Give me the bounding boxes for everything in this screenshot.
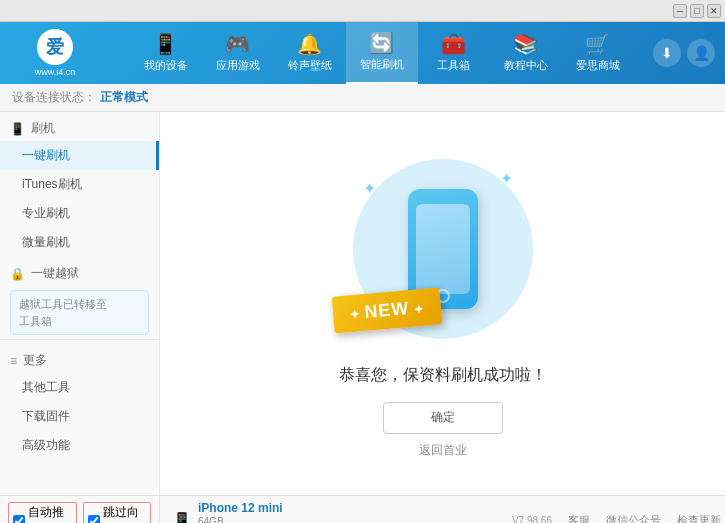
apps-games-icon: 🎮 (225, 34, 250, 54)
auto-push-input[interactable] (13, 515, 25, 524)
bottom-right-panel: V7.98.66 客服 微信公众号 检查更新 (512, 496, 725, 523)
jailbreak-section-label: 一键越狱 (31, 265, 79, 282)
main-area: 📱 刷机 一键刷机 iTunes刷机 专业刷机 微量刷机 🔒 一键越狱 越狱工具… (0, 112, 725, 495)
jailbreak-note: 越狱工具已转移至工具箱 (10, 290, 149, 335)
nav-bar: 📱 我的设备 🎮 应用游戏 🔔 铃声壁纸 🔄 智能刷机 🧰 工具箱 📚 教程中心… (110, 22, 653, 84)
title-bar: ─ □ ✕ (0, 0, 725, 22)
sidebar-divider-1 (0, 339, 159, 340)
sidebar-item-download-firmware[interactable]: 下载固件 (0, 402, 159, 431)
status-value: 正常模式 (100, 89, 148, 106)
nav-apps-games-label: 应用游戏 (216, 58, 260, 73)
content-area: ✦ ✦ ✦ NEW 恭喜您，保资料刷机成功啦！ 确定 返回首业 (160, 112, 725, 495)
skip-wizard-label: 跳过向导 (103, 504, 147, 524)
nav-tutorials[interactable]: 📚 教程中心 (490, 22, 562, 84)
sidebar-item-itunes-flash[interactable]: iTunes刷机 (0, 170, 159, 199)
nav-smart-flash[interactable]: 🔄 智能刷机 (346, 22, 418, 84)
wechat-link[interactable]: 微信公众号 (606, 513, 661, 523)
store-icon: 🛒 (585, 34, 610, 54)
status-bar: 设备连接状态： 正常模式 (0, 84, 725, 112)
logo-icon: 爱 (37, 29, 73, 65)
sidebar-item-other-tools[interactable]: 其他工具 (0, 373, 159, 402)
nav-actions: ⬇ 👤 (653, 39, 725, 67)
header: 爱 www.i4.cn 📱 我的设备 🎮 应用游戏 🔔 铃声壁纸 🔄 智能刷机 … (0, 22, 725, 84)
minimize-btn[interactable]: ─ (673, 4, 687, 18)
smart-flash-icon: 🔄 (369, 33, 394, 53)
logo-url: www.i4.cn (35, 67, 76, 77)
sidebar: 📱 刷机 一键刷机 iTunes刷机 专业刷机 微量刷机 🔒 一键越狱 越狱工具… (0, 112, 160, 495)
device-info-panel: 📱 iPhone 12 mini 64GB Down-12mini-13,1 (160, 496, 512, 523)
flash-section-icon: 📱 (10, 122, 25, 136)
tutorials-icon: 📚 (513, 34, 538, 54)
nav-store-label: 爱思商城 (576, 58, 620, 73)
version-info: V7.98.66 (512, 515, 552, 523)
nav-store[interactable]: 🛒 爱思商城 (562, 22, 634, 84)
nav-ringtone[interactable]: 🔔 铃声壁纸 (274, 22, 346, 84)
close-btn[interactable]: ✕ (707, 4, 721, 18)
sidebar-item-model-flash[interactable]: 微量刷机 (0, 228, 159, 257)
skip-wizard-input[interactable] (88, 515, 100, 524)
nav-tutorials-label: 教程中心 (504, 58, 548, 73)
device-phone-icon: 📱 (172, 511, 192, 523)
status-label: 设备连接状态： (12, 89, 96, 106)
nav-smart-flash-label: 智能刷机 (360, 57, 404, 72)
account-btn[interactable]: 👤 (687, 39, 715, 67)
phone-illustration: ✦ ✦ ✦ NEW (343, 149, 543, 349)
device-info: iPhone 12 mini 64GB Down-12mini-13,1 (198, 501, 283, 524)
device-storage: 64GB (198, 515, 283, 524)
confirm-button[interactable]: 确定 (383, 402, 503, 434)
nav-toolbox[interactable]: 🧰 工具箱 (418, 22, 490, 84)
maximize-btn[interactable]: □ (690, 4, 704, 18)
skip-wizard-checkbox[interactable]: 跳过向导 (83, 502, 152, 524)
back-home-link[interactable]: 返回首业 (419, 442, 467, 459)
nav-apps-games[interactable]: 🎮 应用游戏 (202, 22, 274, 84)
flash-section-label: 刷机 (31, 120, 55, 137)
sparkle-top-right: ✦ (500, 169, 513, 188)
download-btn[interactable]: ⬇ (653, 39, 681, 67)
bottom-left-panel: 自动推送 跳过向导 (0, 496, 160, 523)
phone-screen (416, 204, 470, 294)
bottom-panel: 自动推送 跳过向导 📱 iPhone 12 mini 64GB Down-12m… (0, 495, 725, 523)
auto-push-label: 自动推送 (28, 504, 72, 524)
nav-my-device[interactable]: 📱 我的设备 (130, 22, 202, 84)
nav-ringtone-label: 铃声壁纸 (288, 58, 332, 73)
toolbox-icon: 🧰 (441, 34, 466, 54)
nav-my-device-label: 我的设备 (144, 58, 188, 73)
check-update-link[interactable]: 检查更新 (677, 513, 721, 523)
device-name: iPhone 12 mini (198, 501, 283, 515)
ringtone-icon: 🔔 (297, 34, 322, 54)
sidebar-section-jailbreak: 🔒 一键越狱 (0, 257, 159, 286)
sidebar-item-advanced[interactable]: 高级功能 (0, 431, 159, 460)
lock-icon: 🔒 (10, 267, 25, 281)
sidebar-item-pro-flash[interactable]: 专业刷机 (0, 199, 159, 228)
my-device-icon: 📱 (153, 34, 178, 54)
logo-area: 爱 www.i4.cn (0, 29, 110, 77)
more-section-icon: ≡ (10, 354, 17, 368)
sparkle-top-left: ✦ (363, 179, 376, 198)
success-message: 恭喜您，保资料刷机成功啦！ (339, 365, 547, 386)
sidebar-item-one-key-flash[interactable]: 一键刷机 (0, 141, 159, 170)
checkboxes-row: 自动推送 跳过向导 (8, 502, 151, 524)
nav-toolbox-label: 工具箱 (437, 58, 470, 73)
sidebar-section-flash: 📱 刷机 (0, 112, 159, 141)
support-link[interactable]: 客服 (568, 513, 590, 523)
more-section-label: 更多 (23, 352, 47, 369)
sidebar-section-more: ≡ 更多 (0, 344, 159, 373)
auto-push-checkbox[interactable]: 自动推送 (8, 502, 77, 524)
